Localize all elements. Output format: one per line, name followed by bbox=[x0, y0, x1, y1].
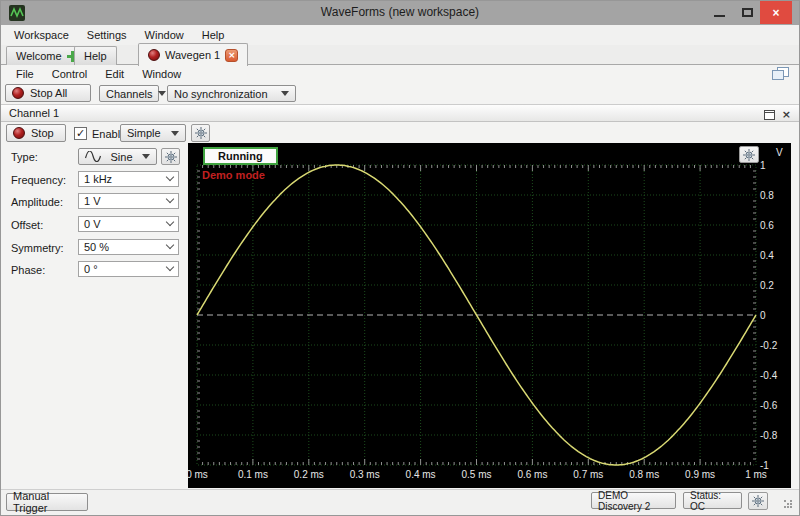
type-options-button[interactable] bbox=[161, 148, 180, 165]
offset-value: 0 V bbox=[84, 218, 101, 230]
enable-checkbox[interactable]: ✓ bbox=[74, 127, 87, 140]
synchronization-dropdown[interactable]: No synchronization bbox=[167, 85, 296, 102]
maximize-button[interactable] bbox=[734, 1, 760, 24]
sync-label: No synchronization bbox=[174, 88, 268, 100]
dropdown-arrow-icon bbox=[142, 154, 150, 159]
frequency-value: 1 kHz bbox=[84, 173, 112, 185]
channel-options-button[interactable] bbox=[191, 124, 210, 142]
device-button[interactable]: DEMO Discovery 2 bbox=[591, 492, 676, 509]
tab-wavegen[interactable]: Wavegen 1 × bbox=[138, 43, 248, 66]
device-settings-button[interactable] bbox=[748, 492, 768, 510]
combo-chevron-icon bbox=[166, 195, 174, 203]
restore-layout-icon[interactable] bbox=[772, 67, 789, 81]
channel-stop-button[interactable]: Stop bbox=[6, 124, 66, 142]
x-tick-label: 0.7 ms bbox=[573, 469, 603, 480]
waveform-plot: 0 ms0.1 ms0.2 ms0.3 ms0.4 ms0.5 ms0.6 ms… bbox=[188, 143, 791, 488]
y-tick-label: -0.8 bbox=[760, 430, 777, 441]
menu-settings[interactable]: Settings bbox=[78, 26, 136, 44]
dropdown-arrow-icon bbox=[171, 131, 179, 136]
gear-icon bbox=[752, 495, 764, 507]
tab-close-icon[interactable]: × bbox=[225, 49, 238, 62]
close-button[interactable]: × bbox=[760, 1, 792, 24]
minimize-icon bbox=[714, 15, 725, 17]
menu-edit[interactable]: Edit bbox=[96, 65, 133, 83]
x-tick-label: 0.9 ms bbox=[685, 469, 715, 480]
phase-value: 0 ° bbox=[84, 263, 98, 275]
channel-header: Channel 1 × bbox=[1, 104, 799, 122]
y-tick-label: 0.8 bbox=[760, 190, 774, 201]
frequency-input[interactable]: 1 kHz bbox=[78, 171, 179, 187]
type-dropdown[interactable]: Sine bbox=[78, 148, 157, 165]
waveforms-window: WaveForms (new workspace) × Workspace Se… bbox=[0, 0, 800, 516]
x-tick-label: 0.2 ms bbox=[294, 469, 324, 480]
offset-input[interactable]: 0 V bbox=[78, 216, 179, 232]
device-label: DEMO Discovery 2 bbox=[598, 490, 669, 512]
x-tick-label: 1 ms bbox=[745, 469, 767, 480]
stop-all-button[interactable]: Stop All bbox=[5, 84, 91, 102]
dropdown-arrow-icon bbox=[281, 91, 289, 96]
combo-chevron-icon bbox=[166, 263, 174, 271]
manual-trigger-label: Manual Trigger bbox=[13, 490, 81, 514]
menu-window[interactable]: Window bbox=[136, 26, 193, 44]
manual-trigger-button[interactable]: Manual Trigger bbox=[6, 493, 88, 511]
menu-help[interactable]: Help bbox=[193, 26, 234, 44]
minimize-button[interactable] bbox=[705, 1, 733, 24]
x-tick-label: 0.1 ms bbox=[238, 469, 268, 480]
amplitude-input[interactable]: 1 V bbox=[78, 193, 179, 209]
y-axis-unit: V bbox=[776, 147, 783, 158]
wavegen-module: File Control Edit Window Stop All Channe… bbox=[1, 65, 799, 489]
y-tick-label: 0.4 bbox=[760, 250, 774, 261]
maximize-icon bbox=[742, 8, 753, 17]
tabbar bbox=[1, 45, 799, 65]
menu-workspace[interactable]: Workspace bbox=[5, 26, 78, 44]
plot-canvas bbox=[188, 143, 791, 488]
gear-icon bbox=[165, 151, 177, 163]
plot-settings-button[interactable] bbox=[739, 146, 759, 163]
phase-label: Phase: bbox=[11, 264, 45, 276]
running-indicator-icon bbox=[148, 49, 160, 61]
close-panel-icon[interactable]: × bbox=[782, 108, 791, 121]
stop-all-icon bbox=[12, 87, 24, 99]
gear-icon bbox=[743, 149, 755, 161]
mode-dropdown[interactable]: Simple bbox=[120, 124, 186, 142]
close-icon: × bbox=[772, 6, 779, 20]
wavegen-menubar: File Control Edit Window bbox=[1, 65, 799, 83]
resize-grip[interactable] bbox=[784, 500, 794, 510]
menu-file[interactable]: File bbox=[7, 65, 43, 83]
combo-chevron-icon bbox=[166, 173, 174, 181]
channel-title: Channel 1 bbox=[9, 107, 59, 119]
stop-all-label: Stop All bbox=[30, 87, 67, 99]
status-label: Status: OC bbox=[690, 490, 735, 512]
status-button[interactable]: Status: OC bbox=[683, 492, 742, 509]
y-tick-label: -0.2 bbox=[760, 340, 777, 351]
y-tick-label: 0.2 bbox=[760, 280, 774, 291]
channel-stop-label: Stop bbox=[31, 127, 54, 139]
combo-chevron-icon bbox=[166, 218, 174, 226]
titlebar[interactable]: WaveForms (new workspace) × bbox=[1, 1, 799, 25]
symmetry-value: 50 % bbox=[84, 241, 109, 253]
x-tick-label: 0 ms bbox=[186, 469, 208, 480]
frequency-label: Frequency: bbox=[11, 174, 66, 186]
dropdown-arrow-icon bbox=[158, 91, 166, 96]
offset-label: Offset: bbox=[11, 219, 43, 231]
tab-help-label: Help bbox=[84, 50, 107, 62]
x-tick-label: 0.3 ms bbox=[350, 469, 380, 480]
x-tick-label: 0.5 ms bbox=[461, 469, 491, 480]
y-tick-label: -0.6 bbox=[760, 400, 777, 411]
check-icon: ✓ bbox=[76, 127, 85, 140]
amplitude-value: 1 V bbox=[84, 195, 101, 207]
symmetry-label: Symmetry: bbox=[11, 242, 64, 254]
float-panel-icon[interactable] bbox=[764, 110, 775, 120]
tab-wavegen-label: Wavegen 1 bbox=[165, 49, 220, 61]
gear-icon bbox=[195, 127, 207, 139]
tab-help[interactable]: Help bbox=[74, 46, 117, 65]
statusbar: Manual Trigger DEMO Discovery 2 Status: … bbox=[1, 489, 799, 516]
symmetry-input[interactable]: 50 % bbox=[78, 239, 179, 255]
channel-stop-icon bbox=[13, 127, 25, 139]
main-menubar: Workspace Settings Window Help bbox=[1, 25, 799, 45]
phase-input[interactable]: 0 ° bbox=[78, 261, 179, 277]
channels-dropdown[interactable]: Channels bbox=[99, 85, 159, 102]
menu-control[interactable]: Control bbox=[43, 65, 96, 83]
y-tick-label: -1 bbox=[760, 460, 769, 471]
menu-window-inner[interactable]: Window bbox=[133, 65, 190, 83]
